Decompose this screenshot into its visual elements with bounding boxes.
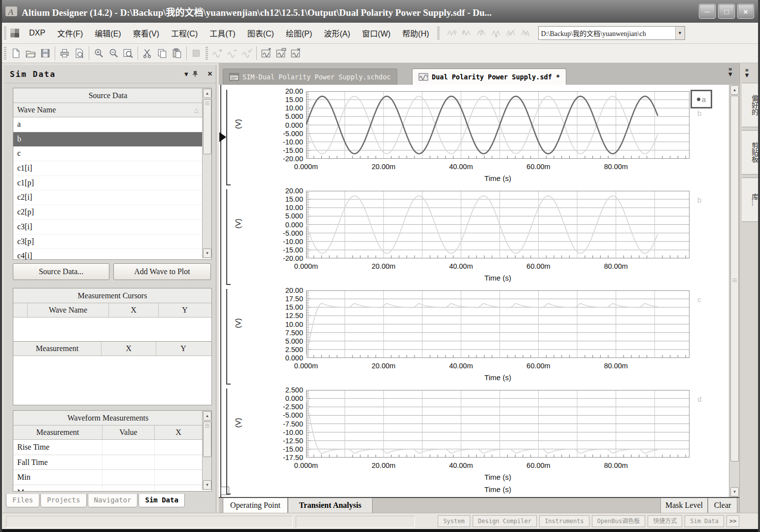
wave-row-c3[i][interactable]: c3[i] (13, 220, 203, 235)
source-data-button[interactable]: Source Data... (13, 263, 109, 280)
scroll-thumb[interactable] (203, 99, 211, 154)
wave-row-c2[i][interactable]: c2[i] (13, 190, 203, 205)
wave-row-c2[p][interactable]: c2[p] (13, 205, 203, 220)
menu-item-7[interactable]: 绘图(P) (280, 25, 318, 41)
print-icon[interactable] (57, 46, 72, 61)
zoom-out-icon[interactable] (106, 46, 121, 61)
plot-row-plot-d[interactable]: (V)2.5000.000-2.500-5.000-7.500-10.00-12… (219, 388, 729, 497)
right-tab-3[interactable]: 库... (742, 177, 760, 222)
panel-tab-files[interactable]: Files (6, 494, 39, 507)
scroll-down-icon[interactable]: ▼ (730, 487, 739, 497)
scroll-up-icon[interactable]: ▲ (730, 85, 739, 95)
measurement-row-min[interactable]: Min (13, 470, 203, 485)
panel-tab-projects[interactable]: Projects (40, 494, 86, 507)
panel-close-icon[interactable]: × (204, 70, 216, 78)
status-button-instruments[interactable]: Instruments (539, 515, 589, 527)
maximize-button[interactable]: □ (718, 4, 735, 19)
zoom-in-icon[interactable] (91, 46, 106, 61)
zoom-document-icon[interactable] (121, 46, 136, 61)
waveform-scrollbar[interactable]: ▲ ▼ (729, 85, 740, 497)
menu-item-2[interactable]: 编辑(E) (89, 25, 127, 41)
open-document-icon[interactable] (23, 46, 38, 61)
cut-icon[interactable] (140, 46, 155, 61)
plot-row-plot-a-b[interactable]: (V)20.0015.0010.005.0000.000-5.000-10.00… (219, 89, 729, 188)
tab-transient-analysis[interactable]: Transient Analysis (288, 498, 373, 513)
copy-icon[interactable] (155, 46, 170, 61)
status-button-sim-data[interactable]: Sim Data (685, 515, 724, 527)
scroll-down-icon[interactable]: ▼ (203, 248, 211, 258)
plot-row-plot-c[interactable]: (V)20.0017.5015.0012.5010.007.5005.0002.… (219, 288, 729, 388)
column-x[interactable]: X (102, 342, 156, 355)
minimize-button[interactable]: ─ (699, 4, 716, 19)
menu-item-8[interactable]: 波形(A) (318, 25, 356, 41)
wfm-scrollbar[interactable]: ▲ ▼ (202, 411, 211, 490)
source-list-scrollbar[interactable]: ▲ ▼ (202, 88, 211, 258)
wave-row-c4[i][interactable]: c4[i] (13, 249, 203, 259)
add-wave-to-plot-button[interactable]: Add Wave to Plot (113, 263, 211, 280)
plot-canvas-plot-b[interactable] (306, 191, 690, 258)
wave-row-a[interactable]: a (13, 117, 203, 132)
column-wave-name[interactable]: Wave Name (28, 303, 109, 317)
measurement-row-max[interactable]: Max (13, 485, 203, 492)
plot-canvas-plot-d[interactable] (306, 390, 690, 458)
tab-operating-point[interactable]: Operating Point (223, 498, 288, 513)
column-measurement[interactable]: Measurement (13, 342, 102, 355)
edit-plot-icon[interactable] (274, 46, 288, 61)
address-combo[interactable]: D:\Backup\我的文档\yuanwenjian\ch ▼ (538, 26, 685, 40)
mask-level-button[interactable]: Mask Level (660, 498, 708, 513)
wave-row-c3[p][interactable]: c3[p] (13, 235, 203, 249)
column-wave-name[interactable]: Wave Name △ (13, 103, 203, 117)
menu-item-10[interactable]: 帮助(H) (396, 25, 435, 41)
save-icon[interactable] (38, 46, 53, 61)
menu-item-4[interactable]: 工程(C) (165, 25, 204, 41)
menu-item-6[interactable]: 图表(C) (242, 25, 280, 41)
scroll-up-icon[interactable]: ▲ (203, 89, 211, 98)
menu-item-3[interactable]: 察看(V) (127, 25, 165, 41)
right-tab-1[interactable]: 偏好的 (742, 83, 760, 127)
scroll-down-icon[interactable]: ▼ (203, 480, 211, 490)
paste-icon[interactable] (170, 46, 184, 61)
clear-button[interactable]: Clear (708, 498, 737, 513)
column-x[interactable]: X (155, 426, 202, 439)
menu-item-dxp[interactable]: DXP (23, 27, 51, 39)
plot-row-plot-b[interactable]: (V)20.0015.0010.005.0000.000-5.000-10.00… (219, 188, 729, 288)
close-button[interactable]: × (737, 4, 754, 19)
panel-tab-navigator[interactable]: Navigator (88, 494, 138, 507)
print-preview-icon[interactable] (72, 46, 87, 61)
measurement-row-fall-time[interactable]: Fall Time (13, 455, 203, 470)
plot-canvas-plot-a-b[interactable] (306, 91, 690, 159)
status-more-button[interactable]: >> (726, 515, 739, 527)
right-tab-2[interactable]: 剪贴板 (742, 130, 760, 175)
status-button-openbus调色板[interactable]: OpenBus调色板 (592, 515, 646, 527)
measurement-row-rise-time[interactable]: Rise Time (13, 440, 203, 455)
panels-overflow-icon[interactable]: »▼ (744, 67, 750, 78)
tab-overflow-icon[interactable]: »▼ (727, 66, 733, 77)
delete-plot-icon[interactable] (288, 46, 303, 61)
wave-row-c1[i][interactable]: c1[i] (13, 161, 203, 176)
waveform-chart-area[interactable]: (V)20.0015.0010.005.0000.000-5.000-10.00… (219, 85, 729, 497)
column-value[interactable]: Value (103, 426, 155, 439)
wave-row-c[interactable]: c (13, 146, 203, 161)
column-measurement[interactable]: Measurement (13, 426, 103, 439)
new-plot-icon[interactable] (259, 46, 274, 61)
wave-row-b[interactable]: b (13, 132, 203, 147)
status-button-design-compiler[interactable]: Design Compiler (473, 515, 537, 527)
column-y[interactable]: Y (156, 342, 210, 355)
panel-tab-sim-data[interactable]: Sim Data (138, 494, 184, 507)
panel-pin-icon[interactable] (192, 71, 204, 77)
document-tab-1[interactable]: SIM-Dual Polarity Power Supply.schdoc (223, 69, 397, 85)
scroll-up-icon[interactable]: ▲ (203, 411, 211, 421)
document-tab-2[interactable]: Dual Polarity Power Supply.sdf * (412, 69, 566, 85)
column-x[interactable]: X (109, 303, 159, 317)
new-document-icon[interactable] (8, 46, 23, 61)
status-button-快捷方式[interactable]: 快捷方式 (648, 515, 682, 527)
selected-wave-legend[interactable]: a (691, 90, 712, 108)
column-y[interactable]: Y (159, 303, 211, 317)
plot-canvas-plot-c[interactable] (306, 290, 690, 358)
scroll-thumb[interactable] (730, 96, 739, 461)
panel-menu-icon[interactable]: ▼ (180, 71, 192, 78)
menu-item-1[interactable]: 文件(F) (51, 25, 89, 41)
address-dropdown-icon[interactable]: ▼ (675, 27, 685, 39)
wave-row-c1[p][interactable]: c1[p] (13, 176, 203, 191)
menu-item-9[interactable]: 窗口(W) (356, 25, 397, 41)
